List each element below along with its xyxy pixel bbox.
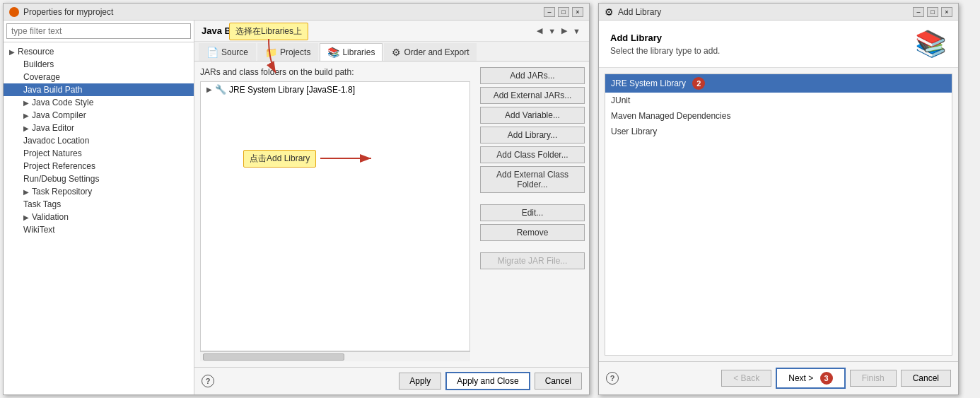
apply-button[interactable]: Apply [399,373,441,390]
library-type-list[interactable]: JRE System Library 2 JUnit Maven Managed… [605,74,952,356]
tab-source[interactable]: 📄 Source [199,43,256,61]
sidebar-item-label: Builders [23,59,54,69]
tab-order-and-export[interactable]: ⚙ Order and Export [384,43,477,61]
sidebar: ▶ Resource Builders Coverage Java Build … [4,21,194,394]
properties-bottom-bar: ? Apply Apply and Close Cancel [194,367,589,394]
badge-3: 3 [820,372,833,385]
sidebar-item-label: Validation [32,212,69,222]
dialog-description: Select the library type to add. [610,46,720,56]
library-type-junit[interactable]: JUnit [605,93,952,108]
sidebar-search[interactable] [4,21,194,42]
sidebar-item-label: Java Build Path [23,85,82,95]
sidebar-item-label: Task Repository [32,187,92,197]
dialog-minimize-button[interactable]: – [913,7,924,17]
list-item-expand: ▶ [206,86,212,93]
add-jars-button[interactable]: Add JARs... [480,67,585,84]
dialog-heading: Add Library [610,33,720,43]
add-library-button[interactable]: Add Library... [480,127,585,144]
scrollbar-thumb[interactable] [203,353,344,361]
dialog-close-button[interactable]: × [941,7,952,17]
remove-button[interactable]: Remove [480,224,585,241]
search-input[interactable] [6,23,191,39]
sidebar-item-label: Resource [18,47,54,57]
properties-window: Properties for myproject – □ × ▶ Resourc… [3,3,590,395]
migrate-jar-file-button[interactable]: Migrate JAR File... [480,252,585,269]
tabs-bar: 📄 Source 📁 Projects 📚 Libraries ⚙ Order … [194,42,589,62]
content-description: JARs and class folders on the build path… [200,67,470,77]
nav-back-button[interactable]: ◀ [535,25,544,37]
nav-dropdown-button[interactable]: ▼ [547,25,557,37]
close-button[interactable]: × [572,7,583,17]
expand-arrow: ▶ [23,124,29,132]
library-type-jre-system[interactable]: JRE System Library 2 [605,74,952,93]
projects-tab-icon: 📁 [265,47,277,58]
sidebar-item-resource[interactable]: ▶ Resource [4,45,194,58]
expand-arrow: ▶ [9,48,15,56]
minimize-button[interactable]: – [544,7,555,17]
sidebar-item-task-tags[interactable]: Task Tags [4,198,194,211]
panel-header: Java Build Path ◀ ▼ ▶ ▼ [194,21,589,42]
sidebar-item-javadoc-location[interactable]: Javadoc Location [4,134,194,147]
library-type-label: Maven Managed Dependencies [611,111,730,121]
next-button[interactable]: Next > 3 [776,368,845,389]
tab-order-label: Order and Export [404,47,469,57]
tab-projects[interactable]: 📁 Projects [257,43,318,61]
add-class-folder-button[interactable]: Add Class Folder... [480,146,585,163]
dialog-content: Add Library Select the library type to a… [599,21,958,361]
list-item[interactable]: ▶ 🔧 JRE System Library [JavaSE-1.8] [201,82,469,97]
right-panel: Java Build Path ◀ ▼ ▶ ▼ 📄 Source 📁 Proje… [194,21,589,394]
jar-icon: 🔧 [215,84,226,95]
maximize-button[interactable]: □ [558,7,569,17]
add-external-class-folder-button[interactable]: Add External Class Folder... [480,166,585,193]
sidebar-item-java-build-path[interactable]: Java Build Path [4,83,194,96]
next-button-label: Next > [788,373,813,383]
sidebar-item-validation[interactable]: ▶ Validation [4,211,194,223]
sidebar-item-coverage[interactable]: Coverage [4,71,194,83]
nav-forward-button[interactable]: ▶ [560,25,568,37]
library-type-label: JRE System Library [611,78,686,88]
library-type-label: JUnit [611,95,630,105]
sidebar-item-project-natures[interactable]: Project Natures [4,147,194,160]
sidebar-item-wikitext[interactable]: WikiText [4,223,194,236]
horizontal-scrollbar[interactable] [200,351,470,361]
back-button[interactable]: < Back [721,370,771,387]
sidebar-item-label: Project References [23,161,95,171]
library-type-user-library[interactable]: User Library [605,124,952,139]
expand-arrow: ▶ [23,213,29,221]
expand-arrow: ▶ [23,112,29,119]
sidebar-item-java-compiler[interactable]: ▶ Java Compiler [4,109,194,122]
add-variable-button[interactable]: Add Variable... [480,107,585,124]
badge-2: 2 [692,77,705,90]
finish-button[interactable]: Finish [850,370,897,387]
build-path-list[interactable]: ▶ 🔧 JRE System Library [JavaSE-1.8] [200,81,470,351]
titlebar-left: Properties for myproject [9,7,113,17]
order-tab-icon: ⚙ [392,47,401,58]
dialog-maximize-button[interactable]: □ [927,7,938,17]
libraries-tab-icon: 📚 [327,47,339,58]
sidebar-item-run-debug-settings[interactable]: Run/Debug Settings [4,172,194,185]
library-type-maven-managed[interactable]: Maven Managed Dependencies [605,108,952,124]
sidebar-item-task-repository[interactable]: ▶ Task Repository [4,185,194,198]
eclipse-icon [9,7,19,17]
tab-projects-label: Projects [280,47,310,57]
dialog-cancel-button[interactable]: Cancel [901,370,951,387]
main-content: ▶ Resource Builders Coverage Java Build … [4,21,589,394]
cancel-button[interactable]: Cancel [535,373,582,390]
add-external-jars-button[interactable]: Add External JARs... [480,87,585,104]
titlebar-buttons[interactable]: – □ × [544,7,583,17]
sidebar-item-java-editor[interactable]: ▶ Java Editor [4,122,194,134]
dialog-top-section: Add Library Select the library type to a… [599,21,958,68]
edit-button[interactable]: Edit... [480,204,585,221]
nav-menu-button[interactable]: ▼ [571,25,582,37]
help-icon[interactable]: ? [202,375,214,387]
sidebar-item-label: Java Code Style [32,98,93,107]
sidebar-item-java-code-style[interactable]: ▶ Java Code Style [4,96,194,109]
sidebar-item-project-references[interactable]: Project References [4,160,194,172]
apply-and-close-button[interactable]: Apply and Close [445,372,530,390]
dialog-help-icon[interactable]: ? [606,372,619,385]
window-title: Properties for myproject [23,7,113,17]
sidebar-item-builders[interactable]: Builders [4,58,194,71]
source-tab-icon: 📄 [206,47,218,58]
dialog-titlebar-buttons[interactable]: – □ × [913,7,952,17]
tab-libraries[interactable]: 📚 Libraries [320,43,383,61]
